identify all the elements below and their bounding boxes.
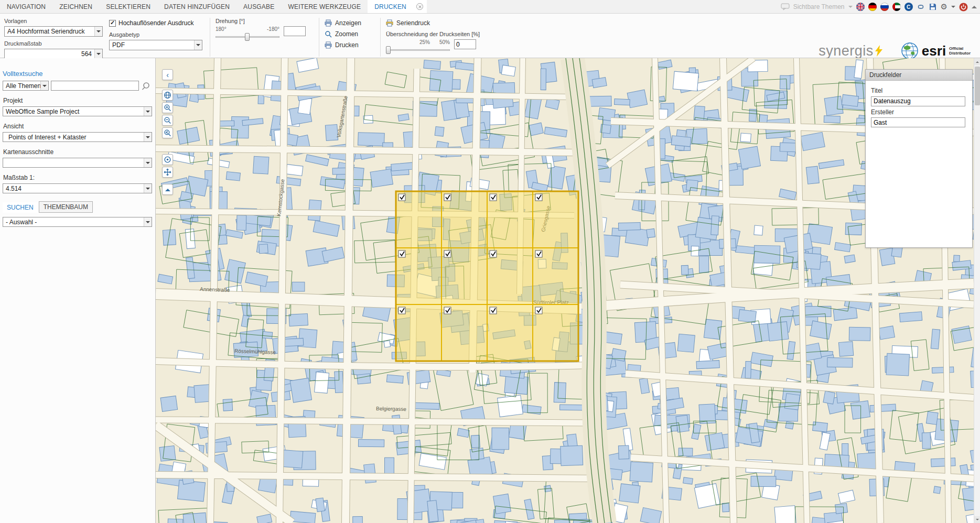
synergis-flash-icon xyxy=(875,45,883,57)
tab-drucken[interactable]: DRUCKEN xyxy=(368,0,413,13)
themes-filter-select[interactable]: Alle Themen xyxy=(3,81,49,91)
gear-chevron-down-icon[interactable] xyxy=(951,6,955,10)
chevron-down-icon[interactable] xyxy=(40,81,48,90)
ausgabetyp-label: Ausgabetyp xyxy=(109,31,202,38)
chevron-down-icon[interactable] xyxy=(194,40,202,50)
tab-selektieren[interactable]: SELEKTIEREN xyxy=(99,0,157,13)
ueberschneidung-input[interactable] xyxy=(454,39,476,49)
flag-russian-icon[interactable] xyxy=(880,3,889,11)
chevron-down-icon xyxy=(848,6,853,10)
collapse-toolbar-button[interactable] xyxy=(162,184,173,195)
search-icon[interactable] xyxy=(141,81,150,91)
flag-uk-icon[interactable] xyxy=(856,3,865,11)
auswahl-select[interactable]: - Auswahl - xyxy=(3,217,152,227)
tab-suchen[interactable]: SUCHEN xyxy=(3,202,38,213)
printer-icon xyxy=(325,41,332,49)
print-page-checkbox[interactable] xyxy=(444,194,451,201)
center-map-button[interactable] xyxy=(162,154,173,165)
scroll-down-button[interactable] xyxy=(974,516,980,523)
zoomen-button[interactable]: Zoomen xyxy=(325,29,373,39)
projekt-select[interactable]: WebOffice Sample Project xyxy=(3,106,152,116)
print-page-checkbox[interactable] xyxy=(535,194,542,201)
flag-arabic-icon[interactable] xyxy=(892,3,901,11)
print-page-checkbox[interactable] xyxy=(490,250,497,257)
speech-bubble-icon xyxy=(781,3,790,10)
collapse-ribbon-icon[interactable] xyxy=(972,3,977,8)
ersteller-input[interactable] xyxy=(871,117,965,127)
flag-german-icon[interactable] xyxy=(868,3,877,11)
vertical-scrollbar[interactable] xyxy=(974,58,980,523)
scroll-up-button[interactable] xyxy=(974,58,980,65)
pan-extent-button[interactable] xyxy=(162,167,173,178)
collapse-sidebar-button[interactable]: ‹ xyxy=(162,69,173,80)
ausgabe-group: Hochauflösender Ausdruck Ausgabetyp PDF xyxy=(107,17,207,50)
hochaufloesend-checkbox[interactable]: Hochauflösender Ausdruck xyxy=(109,18,202,28)
street-label: Annenstraße xyxy=(200,286,230,293)
chevron-down-icon[interactable] xyxy=(94,49,102,59)
link-icon[interactable] xyxy=(917,3,925,11)
tab-zeichnen[interactable]: ZEICHNEN xyxy=(52,0,99,13)
street-label: Belgiergasse xyxy=(376,406,406,412)
slider-handle[interactable] xyxy=(245,33,250,41)
print-page-checkbox[interactable] xyxy=(399,307,405,314)
full-extent-globe-button[interactable] xyxy=(162,90,173,101)
kartenausschnitte-select[interactable] xyxy=(3,158,152,168)
zoom-out-button[interactable] xyxy=(162,115,173,126)
close-drucken-tab-button[interactable] xyxy=(413,0,427,13)
scrollbar-thumb[interactable] xyxy=(975,67,980,105)
fulltext-search-input[interactable] xyxy=(51,81,139,91)
print-page-checkbox[interactable] xyxy=(444,307,451,314)
slider-handle[interactable] xyxy=(386,46,391,54)
print-page-checkbox[interactable] xyxy=(490,307,497,314)
previous-extent-button[interactable] xyxy=(162,127,173,138)
titel-input[interactable] xyxy=(871,96,965,106)
print-page-checkbox[interactable] xyxy=(399,250,405,257)
ansicht-select[interactable]: Points of Interest + Kataster xyxy=(3,132,152,142)
chevron-down-icon[interactable] xyxy=(144,133,152,141)
chevron-down-icon[interactable] xyxy=(144,184,152,193)
vorlagen-value: A4 Hochformat Seriendruck xyxy=(5,28,94,35)
batch-printer-icon xyxy=(386,19,393,27)
drehung-slider[interactable] xyxy=(216,33,279,41)
copyright-icon[interactable]: C xyxy=(904,3,913,11)
tab-themenbaum[interactable]: THEMENBAUM xyxy=(39,201,93,213)
visible-themes-dropdown[interactable]: Sichtbare Themen xyxy=(793,3,845,10)
anzeigen-button[interactable]: Anzeigen xyxy=(325,18,373,28)
logout-power-icon[interactable] xyxy=(959,3,968,12)
print-page-checkbox[interactable] xyxy=(444,250,451,257)
druckfelder-panel-header[interactable]: Druckfelder xyxy=(866,70,972,81)
massstab-label: Maßstab 1: xyxy=(3,174,152,181)
zoom-in-button[interactable] xyxy=(162,102,173,113)
esri-subtitle-2: Distributor xyxy=(949,51,971,56)
print-page-checkbox[interactable] xyxy=(490,194,497,201)
auswahl-value: - Auswahl - xyxy=(3,219,144,226)
seriendruck-button[interactable]: Seriendruck xyxy=(386,18,498,28)
print-page-checkbox[interactable] xyxy=(399,194,405,201)
drucken-label: Drucken xyxy=(335,41,359,49)
chevron-down-icon[interactable] xyxy=(144,217,152,226)
drehung-value-input[interactable] xyxy=(284,26,306,36)
volltextsuche-heading: Volltextsuche xyxy=(3,70,152,78)
vorlagen-select[interactable]: A4 Hochformat Seriendruck xyxy=(4,26,103,37)
tab-navigation[interactable]: NAVIGATION xyxy=(0,0,52,13)
print-actions-group: Anzeigen Zoomen Drucken xyxy=(322,17,377,50)
save-icon[interactable] xyxy=(929,3,937,11)
print-page-checkbox[interactable] xyxy=(535,250,542,257)
ausgabetyp-select[interactable]: PDF xyxy=(109,40,202,50)
print-page-checkbox[interactable] xyxy=(535,307,542,314)
tab-ausgabe[interactable]: AUSGABE xyxy=(236,0,281,13)
map-canvas[interactable]: AnnenstraßeVolksgartenstraßeKernstockgas… xyxy=(156,58,974,523)
massstab-select[interactable]: 4.514 xyxy=(3,183,152,193)
esri-globe-icon xyxy=(901,42,919,60)
chevron-down-icon[interactable] xyxy=(144,107,152,116)
ueberschneidung-slider[interactable] xyxy=(386,46,450,54)
drucken-button[interactable]: Drucken xyxy=(325,40,373,50)
chevron-down-icon[interactable] xyxy=(144,158,152,167)
gear-icon[interactable]: ⚙ xyxy=(941,3,947,11)
tab-weitere-werkzeuge[interactable]: WEITERE WERKZEUGE xyxy=(281,0,368,13)
druckmassstab-combo[interactable]: 564 xyxy=(4,49,103,59)
zoomen-label: Zoomen xyxy=(335,30,358,38)
chevron-down-icon[interactable] xyxy=(94,27,102,36)
tab-daten-hinzufuegen[interactable]: DATEN HINZUFÜGEN xyxy=(157,0,236,13)
zoom-out-icon xyxy=(164,116,171,124)
